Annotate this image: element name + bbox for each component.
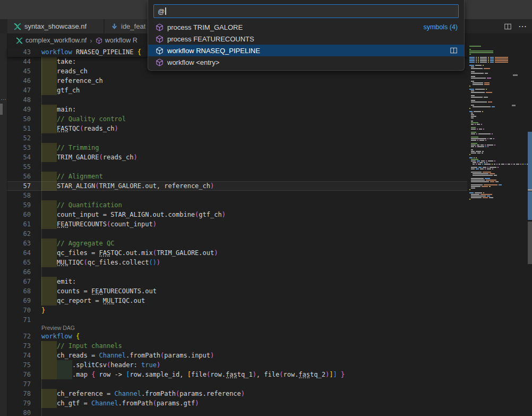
tab-label: syntax_showcase.nf (24, 22, 87, 30)
line-number: 74 (7, 351, 41, 360)
line-number: 66 (7, 267, 41, 277)
line-number: 75 (7, 360, 41, 370)
line-number: 78 (7, 389, 41, 398)
line-number: 60 (7, 210, 41, 219)
code-line-54[interactable]: 54TRIM_GALORE(reads_ch) (7, 152, 467, 162)
code-line-67[interactable]: 67emit: (7, 277, 467, 286)
line-number: 73 (7, 341, 41, 351)
quick-open-item[interactable]: process FEATURECOUNTS (148, 33, 464, 45)
code-line-64[interactable]: 64qc_files = FASTQC.out.mix(TRIM_GALORE.… (7, 248, 467, 258)
code-line-78[interactable]: 78ch_reference = Channel.fromPath(params… (7, 389, 467, 398)
line-number: 57 (7, 181, 41, 191)
quick-open-item-label: workflow RNASEQ_PIPELINE (167, 47, 260, 55)
line-number: 64 (7, 248, 41, 258)
code-line-73[interactable]: 73// Input channels (7, 341, 467, 351)
code-line-80[interactable]: 80 (7, 408, 467, 416)
code-line-62[interactable]: 62 (7, 229, 467, 239)
code-line-72[interactable]: 72workflow { (7, 332, 467, 341)
code-line-51[interactable]: 51FASTQC(reads_ch) (7, 124, 467, 133)
quick-open-input[interactable]: @ (153, 4, 459, 18)
code-line-content (41, 191, 467, 200)
line-number: 65 (7, 258, 41, 267)
left-rail-dots: … (1, 95, 6, 101)
code-line-61[interactable]: 61FEATURECOUNTS(count_input) (7, 219, 467, 229)
code-line-59[interactable]: 59// Quantification (7, 200, 467, 210)
code-line-75[interactable]: 75.splitCsv(header: true) (7, 360, 467, 370)
tab-syntax-showcase[interactable]: syntax_showcase.nf (7, 19, 104, 33)
code-line-68[interactable]: 68counts = FEATURECOUNTS.out (7, 286, 467, 296)
code-line-70[interactable]: 70} (7, 305, 467, 315)
code-line-content (41, 315, 467, 325)
code-line-content: MULTIQC(qc_files.collect()) (41, 258, 467, 267)
overview-decoration (528, 189, 532, 191)
code-line-50[interactable]: 50// Quality control (7, 114, 467, 124)
line-number: 62 (7, 229, 41, 239)
code-line-content: ch_gtf = Channel.fromPath(params.gtf) (41, 398, 467, 408)
line-number: 76 (7, 370, 41, 379)
minimap-decoration (513, 74, 518, 76)
code-editor[interactable]: 43workflow RNASEQ_PIPELINE {44take:45rea… (7, 47, 467, 416)
line-number: 51 (7, 124, 41, 133)
code-line-69[interactable]: 69qc_report = MULTIQC.out (7, 296, 467, 305)
code-line-74[interactable]: 74ch_reads = Channel.fromPath(params.inp… (7, 351, 467, 360)
code-line-content (41, 229, 467, 239)
minimap[interactable] (469, 46, 526, 412)
code-line-55[interactable]: 55 (7, 162, 467, 172)
code-line-56[interactable]: 56// Alignment (7, 172, 467, 181)
code-line-content: qc_report = MULTIQC.out (41, 296, 467, 305)
symbol-module-icon (156, 58, 164, 66)
more-actions-icon[interactable]: ⋯ (518, 24, 528, 29)
scrollbar-thumb[interactable] (528, 222, 532, 264)
code-line-63[interactable]: 63// Aggregate QC (7, 239, 467, 248)
code-line-content: reference_ch (41, 76, 467, 86)
code-line-77[interactable]: 77 (7, 379, 467, 389)
code-line-content: counts = FEATURECOUNTS.out (41, 286, 467, 296)
line-number: 79 (7, 398, 41, 408)
line-number: 44 (7, 57, 41, 66)
code-line-46[interactable]: 46reference_ch (7, 76, 467, 86)
code-line-48[interactable]: 48 (7, 95, 467, 105)
split-editor-icon[interactable] (450, 47, 458, 54)
line-number: 69 (7, 296, 41, 305)
split-editor-icon[interactable] (504, 23, 512, 30)
overview-decoration (528, 132, 532, 189)
quick-open-item[interactable]: workflow RNASEQ_PIPELINE (148, 45, 464, 56)
symbol-module-icon (156, 47, 164, 55)
overview-ruler[interactable] (528, 47, 532, 416)
code-line-52[interactable]: 52 (7, 133, 467, 143)
code-line-57[interactable]: 57STAR_ALIGN(TRIM_GALORE.out, reference_… (7, 181, 467, 191)
code-line-49[interactable]: 49main: (7, 105, 467, 114)
code-line-content: gtf_ch (41, 86, 467, 95)
quick-open-item[interactable]: workflow <entry> (148, 56, 464, 68)
code-line-content (41, 267, 467, 277)
left-rail: … (0, 33, 7, 416)
code-line-content: qc_files = FASTQC.out.mix(TRIM_GALORE.ou… (41, 248, 467, 258)
code-line-60[interactable]: 60count_input = STAR_ALIGN.out.combine(g… (7, 210, 467, 219)
code-line-71[interactable]: 71 (7, 315, 467, 325)
quick-open-item[interactable]: process TRIM_GALOREsymbols (4) (148, 21, 464, 33)
code-line-content: count_input = STAR_ALIGN.out.combine(gtf… (41, 210, 467, 219)
line-number: 53 (7, 143, 41, 152)
breadcrumb-symbol[interactable]: workflow R (105, 37, 138, 44)
code-line-79[interactable]: 79ch_gtf = Channel.fromPath(params.gtf) (7, 398, 467, 408)
symbols-count-badge: symbols (4) (423, 23, 458, 31)
codelens-preview-dag[interactable]: Preview DAG (7, 325, 467, 332)
code-line-47[interactable]: 47gtf_ch (7, 86, 467, 95)
code-line-content (41, 408, 467, 416)
line-number: 52 (7, 133, 41, 143)
code-line-66[interactable]: 66 (7, 267, 467, 277)
symbol-module-icon (156, 23, 164, 31)
code-line-65[interactable]: 65MULTIQC(qc_files.collect()) (7, 258, 467, 267)
code-line-content: // Alignment (41, 172, 467, 181)
left-rail-scrollbar[interactable] (0, 104, 3, 115)
code-line-76[interactable]: 76.map { row -> [row.sample_id, [file(ro… (7, 370, 467, 379)
code-line-53[interactable]: 53// Trimming (7, 143, 467, 152)
nextflow-icon (14, 23, 21, 30)
quick-open-list: process TRIM_GALOREsymbols (4)process FE… (148, 21, 464, 68)
code-line-content: emit: (41, 277, 467, 286)
breadcrumb-file[interactable]: complex_workflow.nf (25, 37, 87, 44)
code-line-58[interactable]: 58 (7, 191, 467, 200)
quick-open-item-label: process FEATURECOUNTS (167, 35, 254, 43)
download-arrow-icon (111, 23, 118, 30)
quick-open-item-label: process TRIM_GALORE (167, 23, 243, 31)
